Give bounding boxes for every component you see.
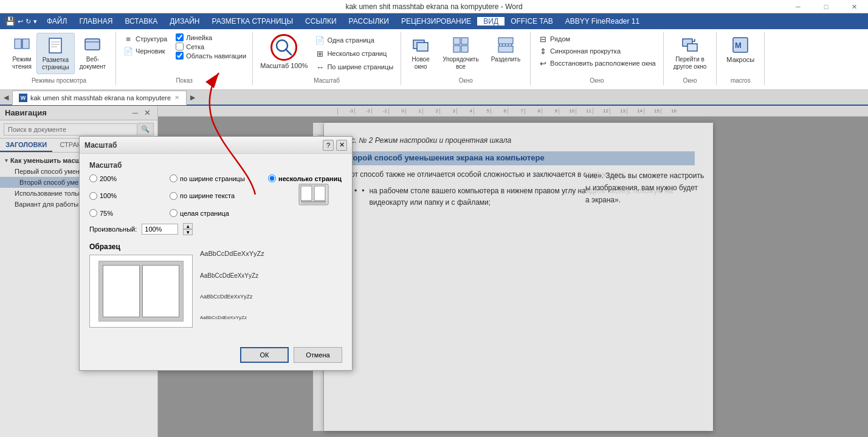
menu-layout[interactable]: РАЗМЕТКА СТРАНИЦЫ: [206, 17, 300, 26]
sample-label: Образец: [89, 243, 193, 251]
page-width-button[interactable]: ↔ По ширине страницы: [312, 61, 396, 73]
page-preview: [98, 261, 184, 322]
arrange-all-button[interactable]: Упорядочитьвсе: [438, 33, 484, 73]
page-layout-button[interactable]: Разметкастраницы: [36, 33, 75, 74]
nav-panel-checkbox[interactable]: [176, 52, 184, 60]
radio-multi-page-label[interactable]: несколько страниц: [268, 174, 359, 182]
radio-text-width[interactable]: [170, 192, 177, 200]
window-label: Окно: [406, 76, 525, 84]
arrange-all-label: Упорядочитьвсе: [443, 56, 479, 71]
radio-200[interactable]: [89, 174, 97, 182]
macros-group-label: macros: [722, 76, 759, 84]
grid-label: Сетка: [186, 43, 204, 50]
new-window-button[interactable]: Новоеокно: [406, 33, 435, 73]
zoom-label: Масштаб 100%: [260, 62, 308, 69]
dialog-close-button[interactable]: ✕: [336, 140, 347, 151]
radio-options-grid: 200% по ширине страницы несколько страни…: [89, 174, 342, 217]
tab-nav-right[interactable]: ▶: [187, 90, 199, 105]
ribbon-group-window2: ⊟ Рядом ⇕ Синхронная прокрутка ↩ Восстан…: [531, 32, 664, 85]
menu-view[interactable]: ВИД: [477, 17, 505, 26]
radio-text-width-label[interactable]: по ширине текста: [170, 184, 267, 208]
ribbon-group-window: Новоеокно Упорядочитьвсе Разделить Окно: [401, 32, 531, 85]
zoom-spinner-down[interactable]: ▼: [183, 229, 193, 235]
ribbon-group-show: ≡ Структура 📄 Черновик Линейка Сетка: [116, 32, 253, 85]
restore-button[interactable]: ↩ Восстановить расположение окна: [536, 57, 658, 69]
structure-button[interactable]: ≡ Структура: [121, 33, 170, 45]
page-layout-icon: [46, 36, 65, 55]
draft-button[interactable]: 📄 Черновик: [121, 45, 170, 57]
ok-button[interactable]: ОК: [240, 347, 289, 363]
radio-full-page[interactable]: [170, 209, 177, 217]
qat-more-icon[interactable]: ▾: [33, 18, 37, 26]
menu-insert[interactable]: ВСТАВКА: [119, 17, 164, 26]
zoom-spinner-up[interactable]: ▲: [183, 223, 193, 229]
menu-refs[interactable]: ССЫЛКИ: [299, 17, 342, 26]
web-doc-button[interactable]: Веб-документ: [75, 33, 111, 73]
svg-rect-26: [301, 186, 312, 201]
svg-rect-15: [453, 46, 460, 52]
radio-100[interactable]: [89, 192, 97, 200]
save-icon[interactable]: 💾: [5, 16, 15, 26]
svg-rect-18: [498, 46, 513, 52]
custom-zoom-input[interactable]: [142, 224, 178, 235]
read-mode-button[interactable]: Режимчтения: [7, 33, 36, 73]
radio-75[interactable]: [89, 209, 97, 217]
tab-nav-left[interactable]: ◀: [0, 90, 12, 105]
minimize-button[interactable]: ─: [784, 0, 812, 13]
redo-icon[interactable]: ↻: [26, 18, 31, 26]
sample-text-3: AaBbCcDdEeXxYyZz: [200, 294, 264, 300]
tab-close-button[interactable]: ✕: [174, 94, 180, 101]
radio-multi-page[interactable]: [268, 174, 276, 182]
ruler-checkbox[interactable]: [176, 33, 184, 41]
radio-75-label[interactable]: 75%: [89, 209, 168, 217]
menu-home[interactable]: ГЛАВНАЯ: [73, 17, 119, 26]
switch-window-group-label: Окно: [669, 76, 712, 84]
split-label: Разделить: [491, 56, 520, 63]
sample-text-2: AaBbCcDdEeXxYyZz: [200, 272, 264, 279]
dialog-controls: ? ✕: [323, 140, 347, 151]
radio-page-width-label[interactable]: по ширине страницы: [170, 174, 267, 182]
radio-100-label[interactable]: 100%: [89, 184, 168, 208]
dialog-section-title: Масштаб: [89, 161, 342, 170]
menu-review[interactable]: РЕЦЕНЗИРОВАНИЕ: [395, 17, 477, 26]
page-width-label: По ширине страницы: [327, 63, 393, 71]
switch-window-button[interactable]: Перейти вдругое окно: [669, 33, 712, 73]
zoom-options-col: 📄 Одна страница ⊞ Несколько страниц ↔ По…: [312, 33, 396, 73]
menu-abbyy[interactable]: ABBYY FineReader 11: [559, 17, 646, 26]
draft-icon: 📄: [123, 46, 133, 56]
cancel-button[interactable]: Отмена: [294, 347, 342, 363]
radio-full-page-label[interactable]: целая страница: [170, 209, 267, 217]
word-icon: W: [19, 94, 27, 102]
menu-mailings[interactable]: РАССЫЛКИ: [343, 17, 395, 26]
side-by-side-button[interactable]: ⊟ Рядом: [536, 33, 658, 45]
one-page-button[interactable]: 📄 Одна страница: [312, 34, 396, 46]
close-button[interactable]: ✕: [840, 0, 868, 13]
macros-button[interactable]: M Макросы: [722, 33, 759, 66]
menu-file[interactable]: ФАЙЛ: [41, 17, 73, 26]
macros-icon: M: [731, 35, 750, 55]
ruler-checkbox-label[interactable]: Линейка: [174, 33, 247, 42]
split-button[interactable]: Разделить: [486, 33, 525, 66]
grid-checkbox[interactable]: [176, 43, 184, 50]
structure-label: Структура: [136, 35, 167, 43]
maximize-button[interactable]: □: [812, 0, 840, 13]
doc-tab-1[interactable]: W kak umen shit masshtab ekrana na kompy…: [12, 91, 187, 105]
undo-icon[interactable]: ↩: [18, 18, 23, 26]
radio-200-text: 200%: [100, 175, 117, 182]
sync-scroll-label: Синхронная прокрутка: [550, 47, 621, 55]
read-mode-label: Режимчтения: [12, 56, 32, 71]
sync-scroll-button[interactable]: ⇕ Синхронная прокрутка: [536, 45, 658, 57]
menu-design[interactable]: ДИЗАЙН: [164, 17, 205, 26]
nav-panel-checkbox-label[interactable]: Область навигации: [174, 51, 247, 60]
multi-page-button[interactable]: ⊞ Несколько страниц: [312, 47, 396, 60]
show-label: Показ: [121, 76, 247, 84]
show-checkboxes-col: Линейка Сетка Область навигации: [174, 33, 247, 60]
svg-rect-7: [85, 39, 100, 50]
grid-checkbox-label[interactable]: Сетка: [174, 42, 247, 51]
macros-label: Макросы: [726, 56, 754, 63]
menu-officetab[interactable]: OFFICE TAB: [505, 17, 559, 26]
dialog-help-button[interactable]: ?: [323, 140, 334, 151]
radio-page-width[interactable]: [170, 174, 177, 182]
zoom-button[interactable]: Масштаб 100%: [258, 33, 310, 71]
radio-200-label[interactable]: 200%: [89, 174, 168, 182]
